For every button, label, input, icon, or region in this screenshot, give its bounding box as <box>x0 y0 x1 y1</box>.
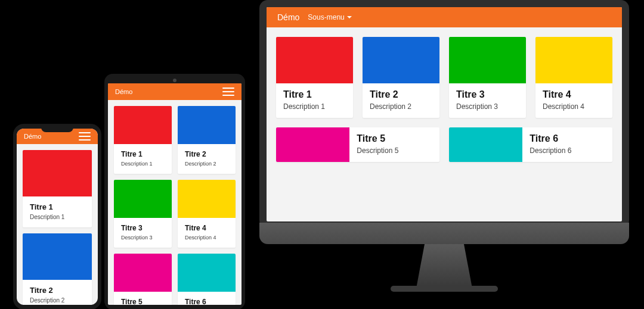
desktop-base <box>391 286 498 292</box>
card-swatch <box>449 127 522 162</box>
card-description: Description 3 <box>456 102 519 111</box>
chevron-down-icon <box>347 16 352 18</box>
card-item[interactable]: Titre 1Description 1 <box>23 150 92 227</box>
card-body: Titre 6Description 6 <box>178 292 236 305</box>
card-description: Description 2 <box>30 297 85 304</box>
tablet-device: Démo Titre 1Description 1Titre 2Descript… <box>104 74 245 309</box>
card-title: Titre 6 <box>185 298 228 305</box>
card-body: Titre 1Description 1 <box>276 83 353 118</box>
card-swatch <box>114 254 172 292</box>
card-title: Titre 2 <box>370 89 432 100</box>
card-title: Titre 2 <box>30 286 85 295</box>
card-item[interactable]: Titre 3Description 3 <box>114 180 172 248</box>
card-item[interactable]: Titre 6Description 6 <box>449 127 612 162</box>
card-grid-tablet: Titre 1Description 1Titre 2Description 2… <box>108 100 242 305</box>
card-body: Titre 5Description 5 <box>114 292 172 305</box>
card-grid-desktop: Titre 1Description 1Titre 2Description 2… <box>267 27 622 171</box>
card-item[interactable]: Titre 4Description 4 <box>535 37 612 118</box>
brand-link[interactable]: Démo <box>277 13 299 22</box>
card-body: Titre 4Description 4 <box>178 218 236 248</box>
card-title: Titre 6 <box>530 133 605 144</box>
card-item[interactable]: Titre 4Description 4 <box>178 180 236 248</box>
tablet-bezel: Démo Titre 1Description 1Titre 2Descript… <box>104 74 245 309</box>
card-body: Titre 2Description 2 <box>178 144 236 174</box>
card-swatch <box>535 37 612 83</box>
card-body: Titre 2Description 2 <box>363 83 439 118</box>
brand-link[interactable]: Démo <box>24 133 41 140</box>
card-title: Titre 3 <box>121 224 165 232</box>
card-description: Description 4 <box>185 235 228 241</box>
card-item[interactable]: Titre 6Description 6 <box>178 254 236 305</box>
card-swatch <box>178 254 236 292</box>
phone-notch <box>41 126 73 132</box>
desktop-device: Démo Sous-menu Titre 1Description 1Titre… <box>259 0 629 292</box>
card-swatch <box>178 180 236 218</box>
desktop-chin <box>259 223 629 244</box>
card-description: Description 5 <box>357 146 432 155</box>
navbar-desktop: Démo Sous-menu <box>267 7 622 27</box>
card-description: Description 1 <box>30 214 85 220</box>
hamburger-icon[interactable] <box>222 88 234 96</box>
card-title: Titre 4 <box>543 89 605 100</box>
card-description: Description 2 <box>370 102 432 111</box>
card-title: Titre 3 <box>456 89 519 100</box>
card-item[interactable]: Titre 2Description 2 <box>363 37 439 118</box>
card-body: Titre 5Description 5 <box>349 127 439 162</box>
card-title: Titre 5 <box>357 133 432 144</box>
card-swatch <box>114 106 172 144</box>
card-title: Titre 5 <box>121 298 165 305</box>
card-title: Titre 2 <box>185 150 228 158</box>
submenu-label: Sous-menu <box>308 13 344 21</box>
card-body: Titre 6Description 6 <box>522 127 612 162</box>
card-title: Titre 1 <box>30 202 85 211</box>
card-body: Titre 2Description 2 <box>23 280 92 305</box>
phone-device: Démo Titre 1Description 1Titre 2Descript… <box>13 124 101 309</box>
card-swatch <box>276 127 349 162</box>
card-item[interactable]: Titre 5Description 5 <box>114 254 172 305</box>
card-body: Titre 4Description 4 <box>535 83 612 118</box>
card-item[interactable]: Titre 1Description 1 <box>276 37 353 118</box>
desktop-stand <box>411 244 477 286</box>
card-description: Description 6 <box>530 146 605 155</box>
card-swatch <box>114 180 172 218</box>
submenu-dropdown[interactable]: Sous-menu <box>308 13 351 21</box>
card-swatch <box>23 150 92 196</box>
card-grid-phone: Titre 1Description 1Titre 2Description 2 <box>17 144 98 305</box>
desktop-bezel: Démo Sous-menu Titre 1Description 1Titre… <box>259 0 629 229</box>
card-swatch <box>276 37 353 83</box>
hamburger-icon[interactable] <box>79 132 91 141</box>
card-title: Titre 4 <box>185 224 228 232</box>
phone-bezel: Démo Titre 1Description 1Titre 2Descript… <box>13 124 101 309</box>
card-description: Description 3 <box>121 235 165 241</box>
card-swatch <box>178 106 236 144</box>
card-description: Description 1 <box>283 102 346 111</box>
navbar-tablet: Démo <box>108 83 242 100</box>
brand-link[interactable]: Démo <box>115 88 132 95</box>
card-title: Titre 1 <box>283 89 346 100</box>
card-item[interactable]: Titre 2Description 2 <box>23 233 92 305</box>
phone-screen: Démo Titre 1Description 1Titre 2Descript… <box>17 129 98 305</box>
card-item[interactable]: Titre 5Description 5 <box>276 127 439 162</box>
card-description: Description 2 <box>185 161 228 167</box>
card-swatch <box>449 37 526 83</box>
card-swatch <box>363 37 439 83</box>
card-body: Titre 1Description 1 <box>23 196 92 227</box>
desktop-screen: Démo Sous-menu Titre 1Description 1Titre… <box>267 7 622 221</box>
card-swatch <box>23 233 92 280</box>
card-description: Description 4 <box>543 102 605 111</box>
card-description: Description 1 <box>121 161 165 167</box>
card-body: Titre 3Description 3 <box>114 218 172 248</box>
card-item[interactable]: Titre 2Description 2 <box>178 106 236 174</box>
card-body: Titre 1Description 1 <box>114 144 172 174</box>
card-body: Titre 3Description 3 <box>449 83 526 118</box>
card-item[interactable]: Titre 1Description 1 <box>114 106 172 174</box>
card-title: Titre 1 <box>121 150 165 158</box>
card-item[interactable]: Titre 3Description 3 <box>449 37 526 118</box>
tablet-camera <box>108 79 242 82</box>
tablet-screen: Démo Titre 1Description 1Titre 2Descript… <box>108 83 242 305</box>
